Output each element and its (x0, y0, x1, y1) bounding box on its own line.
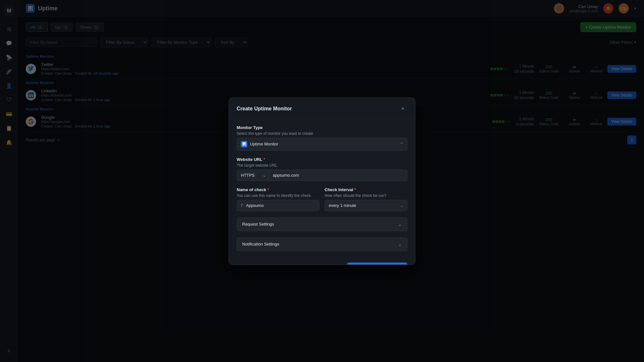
name-interval-row: Name of check * You can use this name to… (237, 187, 407, 211)
name-desc: You can use this name to identify the ch… (237, 193, 319, 198)
request-settings-chevron: ⌄ (398, 222, 402, 227)
monitor-type-icon: 📊 (241, 141, 247, 147)
submit-button[interactable]: Create Uptime Monitor (347, 263, 407, 265)
interval-select-wrapper: every 1 minute every 5 minutes every 10 … (325, 200, 407, 211)
interval-desc: How often should the check be run? (325, 193, 407, 198)
protocol-select[interactable]: HTTPS HTTP (237, 170, 269, 181)
name-input[interactable] (237, 200, 319, 211)
monitor-type-section: Monitor Type Select the type of monitor … (237, 125, 407, 151)
modal-body: Monitor Type Select the type of monitor … (229, 119, 415, 257)
monitor-type-label: Monitor Type (237, 125, 407, 130)
notification-settings-chevron: ⌄ (398, 242, 402, 247)
request-settings-header[interactable]: Request Settings ⌄ (237, 218, 407, 231)
name-section: Name of check * You can use this name to… (237, 187, 319, 211)
notification-settings-accordion: Notification Settings ⌄ (237, 237, 407, 251)
interval-select[interactable]: every 1 minute every 5 minutes every 10 … (325, 200, 407, 211)
monitor-type-value: Uptime Monitor (250, 142, 278, 146)
interval-label: Check Interval * (325, 187, 407, 192)
url-input[interactable] (269, 170, 407, 181)
required-marker: * (263, 157, 265, 162)
required-marker: * (355, 187, 356, 192)
name-label: Name of check * (237, 187, 319, 192)
website-url-desc: The target website URL (237, 163, 407, 168)
modal-overlay: Create Uptime Monitor × Monitor Type Sel… (0, 0, 644, 362)
website-url-section: Website URL * The target website URL HTT… (237, 157, 407, 181)
notification-settings-label: Notification Settings (242, 242, 279, 246)
name-input-wrapper: T (237, 200, 319, 211)
modal-title: Create Uptime Monitor (237, 106, 292, 112)
monitor-type-chevron: ⌃ (400, 142, 403, 146)
request-settings-label: Request Settings (242, 222, 274, 227)
request-settings-accordion: Request Settings ⌄ (237, 218, 407, 231)
url-row: HTTPS HTTP (237, 170, 407, 181)
modal-footer: Create Uptime Monitor (229, 257, 415, 265)
create-monitor-modal: Create Uptime Monitor × Monitor Type Sel… (229, 97, 415, 265)
modal-close-button[interactable]: × (398, 104, 407, 113)
protocol-wrapper: HTTPS HTTP (237, 170, 269, 181)
monitor-type-desc: Select the type of monitor you want to c… (237, 131, 407, 136)
name-prefix: T (241, 203, 243, 208)
website-url-label: Website URL * (237, 157, 407, 162)
notification-settings-header[interactable]: Notification Settings ⌄ (237, 238, 407, 251)
monitor-type-select[interactable]: 📊 Uptime Monitor ⌃ (237, 138, 407, 151)
required-marker: * (267, 187, 269, 192)
modal-header: Create Uptime Monitor × (229, 98, 415, 119)
interval-section: Check Interval * How often should the ch… (325, 187, 407, 211)
